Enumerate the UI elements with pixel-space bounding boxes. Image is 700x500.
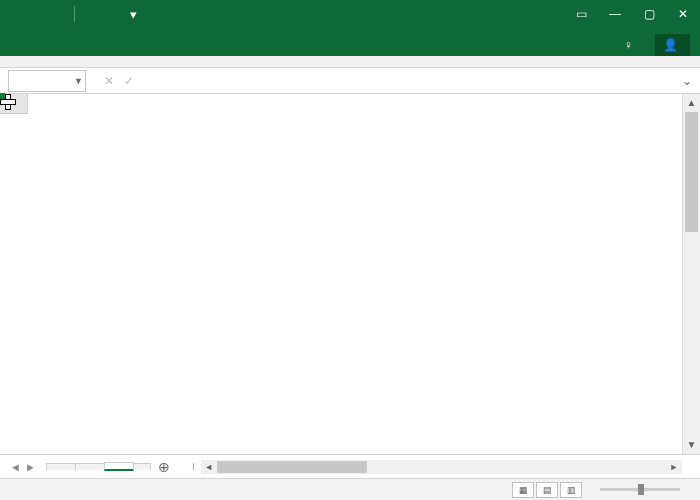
formula-input[interactable] [152, 70, 670, 92]
tab-review[interactable] [150, 44, 174, 56]
save-icon[interactable] [6, 4, 26, 24]
sheet-nav-next-icon[interactable]: ► [25, 461, 36, 473]
print-preview-icon[interactable] [101, 4, 121, 24]
scroll-thumb[interactable] [685, 112, 698, 232]
horizontal-scrollbar[interactable]: ◄ ► [201, 460, 682, 474]
redo-icon[interactable] [50, 4, 70, 24]
tab-insert[interactable] [54, 44, 78, 56]
scroll-right-icon[interactable]: ► [666, 460, 682, 474]
chevron-down-icon[interactable]: ▼ [74, 76, 83, 86]
ribbon-options-icon[interactable]: ▭ [564, 0, 598, 28]
minimize-icon[interactable]: — [598, 0, 632, 28]
normal-view-icon[interactable]: ▦ [512, 482, 534, 498]
formula-bar-row: ▼ ✕ ✓ ⌄ [0, 68, 700, 94]
select-all-corner[interactable] [0, 94, 28, 114]
hscroll-thumb[interactable] [217, 461, 367, 473]
cells-area[interactable] [28, 114, 682, 454]
quick-access-toolbar: ▾ [0, 4, 149, 24]
page-layout-view-icon[interactable]: ▤ [536, 482, 558, 498]
undo-icon[interactable] [28, 4, 48, 24]
tell-me-icon: ♀ [624, 38, 633, 52]
ribbon-collapsed [0, 56, 700, 68]
formula-expand-icon[interactable]: ⌄ [678, 74, 696, 88]
title-bar: ▾ ▭ — ▢ ✕ [0, 0, 700, 28]
qat-dropdown-icon[interactable]: ▾ [123, 4, 143, 24]
sheet-tab[interactable] [75, 463, 105, 470]
scroll-down-icon[interactable]: ▼ [683, 436, 700, 454]
share-icon: 👤 [663, 38, 678, 52]
formula-buttons: ✕ ✓ [104, 74, 134, 88]
separator [74, 6, 75, 22]
sheet-nav-prev-icon[interactable]: ◄ [10, 461, 21, 473]
name-box[interactable]: ▼ [8, 70, 86, 92]
tab-splitter[interactable]: ⁞ [192, 461, 195, 472]
tab-home[interactable] [30, 44, 54, 56]
page-break-view-icon[interactable]: ▥ [560, 482, 582, 498]
add-sheet-icon[interactable]: ⊕ [150, 459, 178, 475]
zoom-slider-thumb[interactable] [638, 484, 644, 495]
view-buttons: ▦ ▤ ▥ [512, 482, 582, 498]
new-doc-icon[interactable] [79, 4, 99, 24]
sheet-tab-more[interactable] [133, 463, 151, 470]
cancel-icon: ✕ [104, 74, 114, 88]
sheet-tab-active[interactable] [104, 462, 134, 471]
zoom-slider[interactable] [600, 488, 680, 491]
maximize-icon[interactable]: ▢ [632, 0, 666, 28]
tab-view[interactable] [174, 44, 198, 56]
window-controls: ▭ — ▢ ✕ [564, 0, 700, 28]
tab-layout[interactable] [78, 44, 102, 56]
status-bar: ▦ ▤ ▥ [0, 478, 700, 500]
tab-data[interactable] [126, 44, 150, 56]
ribbon-tabs: ♀ 👤 [0, 28, 700, 56]
vertical-scrollbar[interactable]: ▲ ▼ [682, 94, 700, 454]
sheet-tab[interactable] [46, 463, 76, 470]
sheet-tab-bar: ◄ ► ⊕ ⁞ ◄ ► [0, 454, 700, 478]
share-button[interactable]: 👤 [655, 34, 690, 56]
tab-file[interactable] [6, 44, 30, 56]
spreadsheet-grid[interactable]: ▲ ▼ [0, 94, 700, 454]
scroll-up-icon[interactable]: ▲ [683, 94, 700, 112]
enter-icon: ✓ [124, 74, 134, 88]
sheet-nav: ◄ ► [0, 461, 46, 473]
row-headers [0, 114, 28, 454]
tab-developer[interactable] [198, 44, 222, 56]
column-headers [28, 94, 682, 114]
tab-formulas[interactable] [102, 44, 126, 56]
scroll-left-icon[interactable]: ◄ [201, 460, 217, 474]
zoom-control [594, 488, 692, 491]
close-icon[interactable]: ✕ [666, 0, 700, 28]
